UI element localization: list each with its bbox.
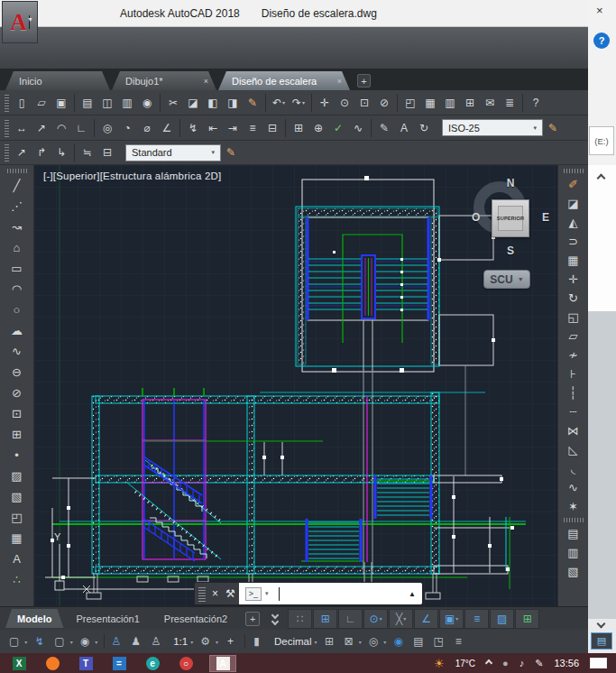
units-value[interactable]: Decimal ▾ (268, 632, 321, 651)
annotation-autoscale-icon[interactable]: ♟ (127, 632, 147, 651)
rotate-icon[interactable]: ↻ (561, 289, 586, 308)
dim-jogline-icon[interactable]: ∿ (348, 117, 368, 138)
menu-ventana[interactable] (65, 36, 83, 41)
bring-to-front-icon[interactable]: ▤ (561, 524, 586, 543)
break-point-icon[interactable]: ┆ (561, 383, 586, 402)
viewport-label[interactable]: [-][Superior][Estructura alámbrica 2D] (43, 171, 221, 181)
quickcalc-icon[interactable]: ≣ (500, 92, 519, 113)
temperature-label[interactable]: 17°C (455, 659, 475, 668)
toolbar-grip[interactable] (5, 94, 9, 112)
hidden-icons-chevron[interactable] (485, 659, 492, 667)
menu-ayuda[interactable] (83, 36, 101, 41)
toolbar-grip[interactable] (564, 518, 584, 522)
dim-arc-icon[interactable]: ◠ (51, 117, 71, 138)
construction-line-icon[interactable]: ⋰ (5, 196, 30, 217)
tab-modelo[interactable]: Modelo (5, 609, 64, 628)
new-file-icon[interactable]: ▯ (12, 92, 32, 113)
taskbar-autocad[interactable]: A (209, 655, 236, 672)
lock-ui-icon[interactable]: ⊠ ▾ (341, 632, 365, 651)
chamfer-icon[interactable]: ◺ (561, 440, 586, 459)
dim-radius-icon[interactable]: ◎ (97, 117, 117, 138)
extend-icon[interactable]: ⊦ (561, 364, 586, 383)
designcenter-icon[interactable]: ▦ (420, 92, 440, 113)
break-icon[interactable]: ┄ (561, 402, 586, 421)
new-tab-button[interactable]: + (357, 74, 371, 88)
dim-style-select[interactable]: ISO-25 ▾ (442, 119, 543, 136)
close-icon[interactable]: × (596, 4, 603, 17)
copy-clip-icon[interactable]: ◪ (183, 92, 203, 113)
dim-space-icon[interactable]: ≡ (243, 117, 262, 138)
tray-app-icon[interactable]: ● (502, 658, 509, 668)
dim-text-edit-icon[interactable]: A (394, 117, 414, 138)
redo-icon[interactable]: ↷▾ (289, 92, 308, 113)
blend-icon[interactable]: ∿ (561, 478, 586, 497)
drive-label[interactable]: (E:) (589, 126, 614, 155)
point-icon[interactable]: • (5, 445, 30, 466)
tab-diseno-escalera[interactable]: Diseño de escalera × (218, 71, 350, 90)
tool-palettes-icon[interactable]: ▥ (440, 92, 460, 113)
drawing-area[interactable]: Y [-][Superior][Estructura alámbrica 2D]… (34, 165, 557, 606)
close-icon[interactable]: × (212, 587, 218, 600)
dim-aligned-icon[interactable]: ↗ (32, 117, 51, 138)
selection-cycling-toggle[interactable]: ⊞ (515, 609, 539, 629)
circle-icon[interactable]: ○ (5, 300, 30, 320)
make-block-icon[interactable]: ⊞ (5, 424, 30, 445)
workspace-icon[interactable]: ▢ ▾ (5, 632, 31, 651)
show-desktop-button[interactable] (590, 658, 607, 668)
mirror-icon[interactable]: ◭ (561, 213, 586, 232)
revision-cloud-icon[interactable]: ☁ (5, 320, 30, 341)
mleader-collect-icon[interactable]: ⊟ (97, 143, 117, 163)
transparency-toggle[interactable]: ▨ (490, 609, 514, 629)
gradient-icon[interactable]: ▧ (5, 486, 30, 507)
taskbar-excel[interactable]: X (9, 655, 29, 672)
snap-toggle[interactable]: ∷ (288, 609, 312, 629)
taskbar-firefox[interactable] (42, 655, 62, 672)
toolbar-grip[interactable] (5, 119, 9, 137)
offset-icon[interactable]: ⊃ (561, 232, 586, 251)
paste-block-icon[interactable]: ◨ (223, 92, 243, 113)
divide-icon[interactable]: ∴ (5, 569, 30, 590)
help-icon[interactable]: ? (526, 92, 546, 113)
toolbar-grip[interactable] (564, 169, 584, 173)
units-ruler-icon[interactable]: ▮ (248, 632, 268, 651)
plot-icon[interactable]: ▤ (78, 92, 97, 113)
scale-icon[interactable]: ◱ (561, 308, 586, 327)
workspace-switch-icon[interactable]: ⚙ ▾ (197, 632, 222, 651)
zoom-realtime-icon[interactable]: ⊙ (335, 92, 354, 113)
dim-jogged-icon[interactable]: ◔ (117, 117, 137, 138)
match-properties-icon[interactable]: ✎ (243, 92, 262, 113)
dim-diameter-icon[interactable]: ⌀ (137, 117, 157, 138)
spline-icon[interactable]: ∿ (5, 341, 30, 362)
plot-preview-icon[interactable]: ◫ (97, 92, 117, 113)
dim-ordinate-icon[interactable]: ∟ (71, 117, 91, 138)
tab-presentacion2[interactable]: Presentación2 (152, 609, 239, 628)
layout-tabs-expand-icon[interactable] (272, 613, 278, 624)
dim-style-manager-icon[interactable]: ✎ (543, 117, 563, 138)
annotation-scale-value[interactable]: 1:1 ▾ (167, 632, 197, 651)
undo-icon[interactable]: ↶▾ (269, 92, 289, 113)
center-mark-icon[interactable]: ⊕ (308, 117, 328, 138)
table-icon[interactable]: ▦ (5, 528, 30, 549)
scrollbar-track[interactable] (588, 165, 616, 311)
viewcube-east[interactable]: E (542, 211, 549, 224)
crosshair-icon[interactable]: + (222, 632, 242, 651)
object-snap-toggle[interactable]: ▣▾ (439, 609, 464, 629)
dim-continue-icon[interactable]: ⇥ (223, 117, 243, 138)
stretch-icon[interactable]: ▱ (561, 327, 586, 346)
open-file-icon[interactable]: ▱ (32, 92, 51, 113)
viewcube-south[interactable]: S (469, 244, 552, 257)
application-menu-button[interactable]: A ▾ (2, 1, 38, 43)
multileader-icon[interactable]: ↗ (12, 143, 32, 163)
lineweight-toggle[interactable]: ≡ (464, 609, 489, 629)
annotation-scale-icon[interactable]: ♙ (147, 632, 167, 651)
taskbar-edge[interactable]: e (143, 655, 162, 672)
scrollbar-thumb[interactable] (588, 311, 616, 619)
dim-update-icon[interactable]: ↻ (414, 117, 434, 138)
ucs-detect-icon[interactable]: ↯ (31, 632, 51, 651)
batch-plot-icon[interactable]: ▥ (117, 92, 137, 113)
explode-icon[interactable]: ✶ (561, 497, 586, 516)
graphics-performance-icon[interactable]: ◉ (390, 632, 409, 651)
move-icon[interactable]: ✛ (561, 270, 586, 289)
taskbar-teams[interactable]: T (76, 655, 96, 672)
menu-insertar[interactable] (101, 31, 119, 36)
